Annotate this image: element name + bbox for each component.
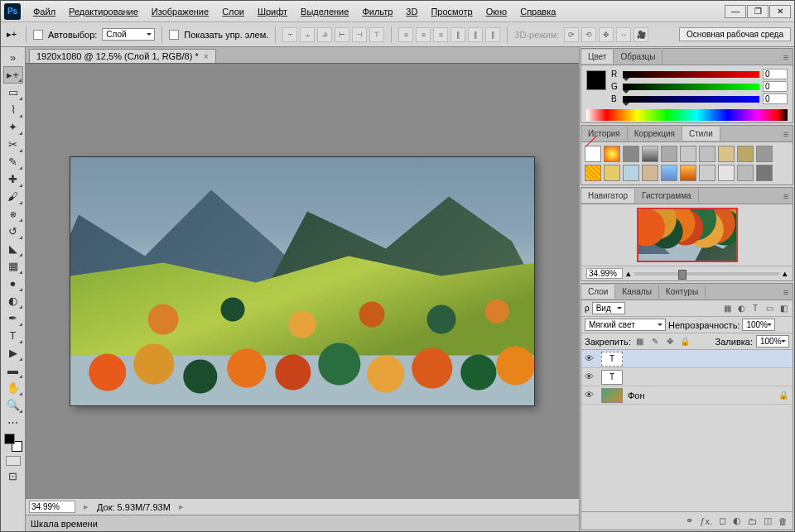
visibility-icon[interactable]: 👁 xyxy=(585,371,596,383)
layer-mask-icon[interactable]: ◻ xyxy=(719,515,726,526)
align-bottom-icon[interactable]: ⫡ xyxy=(317,27,332,42)
tab-layers[interactable]: Слои xyxy=(581,285,615,299)
show-controls-checkbox[interactable] xyxy=(169,30,179,40)
menu-3d[interactable]: 3D xyxy=(400,4,423,19)
zoom-in-icon[interactable]: ▴ xyxy=(783,268,788,279)
color-swatches[interactable] xyxy=(4,434,22,452)
align-top-icon[interactable]: ⫟ xyxy=(282,27,297,42)
filter-shape-icon[interactable]: ▭ xyxy=(764,303,775,314)
spectrum-picker[interactable] xyxy=(586,109,788,121)
shape-tool[interactable]: ▬ xyxy=(3,362,23,379)
menu-filter[interactable]: Фильтр xyxy=(356,4,398,19)
layer-thumbnail[interactable]: T xyxy=(601,352,623,367)
style-swatch[interactable] xyxy=(699,146,716,162)
pen-tool[interactable]: ✒ xyxy=(3,309,23,327)
minimize-button[interactable]: — xyxy=(725,5,746,18)
edit-toolbar[interactable]: ⋯ xyxy=(3,414,23,431)
menu-type[interactable]: Шрифт xyxy=(252,4,293,19)
style-swatch[interactable] xyxy=(642,146,658,162)
tab-channels[interactable]: Каналы xyxy=(615,285,659,299)
lock-all-icon[interactable]: 🔒 xyxy=(679,336,691,347)
style-swatch[interactable] xyxy=(680,165,696,181)
tab-history[interactable]: История xyxy=(581,127,628,141)
style-swatch[interactable] xyxy=(718,165,735,181)
delete-layer-icon[interactable]: 🗑 xyxy=(778,516,788,526)
panel-menu-icon[interactable]: ≡ xyxy=(779,287,793,297)
style-swatch[interactable] xyxy=(642,165,658,181)
layer-thumbnail[interactable] xyxy=(601,388,623,403)
link-layers-icon[interactable]: ⚭ xyxy=(686,515,693,526)
filter-smart-icon[interactable]: ◧ xyxy=(778,303,789,314)
quickmask-toggle[interactable] xyxy=(6,456,21,466)
lock-position-icon[interactable]: ✥ xyxy=(664,336,676,347)
zoom-tool[interactable]: 🔍 xyxy=(3,396,23,414)
layer-filter-select[interactable]: Вид xyxy=(592,302,625,314)
workspace-switcher[interactable]: Основная рабочая среда xyxy=(679,27,791,41)
timeline-panel[interactable]: Шкала времени xyxy=(26,515,579,531)
style-swatch[interactable] xyxy=(737,165,754,181)
blend-mode-select[interactable]: Мягкий свет xyxy=(585,319,666,331)
style-swatch[interactable] xyxy=(585,165,601,181)
style-swatch[interactable] xyxy=(680,146,696,162)
dist-6-icon[interactable]: ‖ xyxy=(485,27,500,42)
dist-2-icon[interactable]: ≡ xyxy=(416,27,431,42)
style-swatch[interactable] xyxy=(756,165,773,181)
style-swatch[interactable] xyxy=(661,165,677,181)
blur-tool[interactable]: ● xyxy=(3,275,23,292)
fill-input[interactable]: 100% xyxy=(756,335,789,347)
gradient-tool[interactable]: ▦ xyxy=(3,257,23,275)
visibility-icon[interactable]: 👁 xyxy=(585,353,596,365)
status-zoom-input[interactable] xyxy=(29,501,75,513)
tab-paths[interactable]: Контуры xyxy=(659,285,706,299)
filter-pixel-icon[interactable]: ▦ xyxy=(721,303,733,314)
zoom-out-icon[interactable]: ▴ xyxy=(626,268,631,279)
menu-help[interactable]: Справка xyxy=(514,4,561,19)
align-left-icon[interactable]: ⊢ xyxy=(335,27,349,42)
new-layer-icon[interactable]: ◫ xyxy=(764,515,772,526)
b-slider[interactable] xyxy=(623,96,759,103)
menu-edit[interactable]: Редактирование xyxy=(63,4,144,19)
align-hcenter-icon[interactable]: ⊣ xyxy=(352,27,367,42)
tab-adjustments[interactable]: Коррекция xyxy=(628,127,682,141)
style-swatch[interactable] xyxy=(718,146,735,162)
navigator-zoom-input[interactable] xyxy=(586,268,623,279)
tab-histogram[interactable]: Гистограмма xyxy=(635,189,699,203)
lock-pixels-icon[interactable]: ✎ xyxy=(649,336,661,347)
marquee-tool[interactable]: ▭ xyxy=(3,84,23,101)
layer-fx-icon[interactable]: ƒx. xyxy=(700,516,712,526)
tab-swatches[interactable]: Образцы xyxy=(614,50,662,64)
maximize-button[interactable]: ❐ xyxy=(747,5,768,18)
style-swatch[interactable] xyxy=(623,146,639,162)
quick-select-tool[interactable]: ✦ xyxy=(3,118,23,136)
adjustment-layer-icon[interactable]: ◐ xyxy=(733,515,741,526)
hand-tool[interactable]: ✋ xyxy=(3,379,23,396)
move-tool[interactable]: ▸+ xyxy=(3,66,23,84)
style-swatch[interactable] xyxy=(737,146,754,162)
3d-zoom-icon[interactable]: 🎥 xyxy=(634,27,648,42)
dist-4-icon[interactable]: ‖ xyxy=(450,27,465,42)
lock-transparency-icon[interactable]: ▦ xyxy=(634,336,646,347)
menu-view[interactable]: Просмотр xyxy=(425,4,478,19)
panel-menu-icon[interactable]: ≡ xyxy=(779,129,793,139)
style-swatch[interactable] xyxy=(604,146,620,162)
menu-select[interactable]: Выделение xyxy=(295,4,354,19)
opacity-input[interactable]: 100% xyxy=(742,319,775,331)
layer-row[interactable]: 👁 T xyxy=(581,350,793,368)
dist-3-icon[interactable]: ≡ xyxy=(433,27,448,42)
dodge-tool[interactable]: ◐ xyxy=(3,292,23,309)
panel-menu-icon[interactable]: ≡ xyxy=(779,52,793,62)
tab-styles[interactable]: Стили xyxy=(682,127,720,141)
g-input[interactable] xyxy=(763,81,788,92)
canvas-area[interactable] xyxy=(26,64,579,498)
g-slider[interactable] xyxy=(623,84,759,90)
b-input[interactable] xyxy=(763,93,788,104)
3d-pan-icon[interactable]: ✥ xyxy=(599,27,614,42)
filter-adjust-icon[interactable]: ◐ xyxy=(735,303,747,314)
document-tab[interactable]: 1920x1080 @ 12,5% (Слой 1, RGB/8) * × xyxy=(29,49,216,63)
menu-layers[interactable]: Слои xyxy=(216,4,250,19)
style-swatch[interactable] xyxy=(623,165,639,181)
tab-navigator[interactable]: Навигатор xyxy=(581,189,635,203)
path-select-tool[interactable]: ▶ xyxy=(3,344,23,362)
style-swatch[interactable] xyxy=(756,146,773,162)
menu-file[interactable]: Файл xyxy=(27,4,61,19)
